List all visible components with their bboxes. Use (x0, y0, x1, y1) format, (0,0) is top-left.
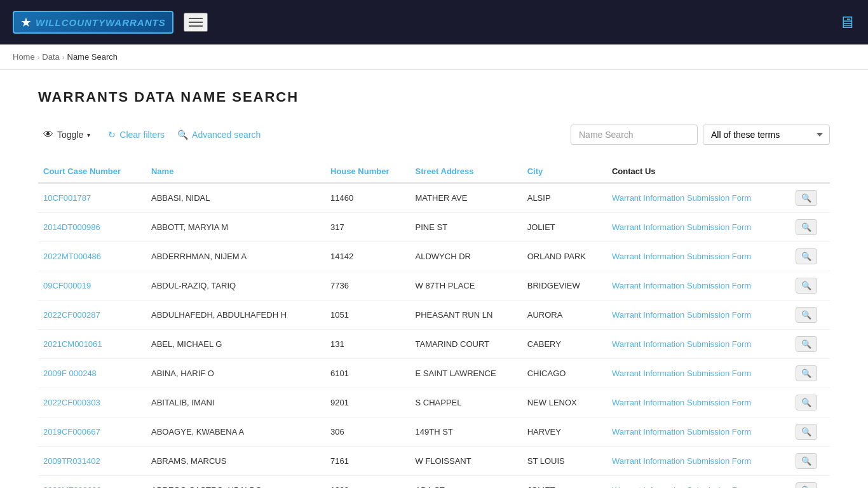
warrant-link-3[interactable]: Warrant Information Submission Form (612, 281, 751, 290)
col-name: Name (146, 160, 325, 183)
warrant-link-7[interactable]: Warrant Information Submission Form (612, 398, 751, 407)
table-row: 09CF000019 ABDUL-RAZIQ, TARIQ 7736 W 87T… (38, 271, 830, 301)
warrant-link-5[interactable]: Warrant Information Submission Form (612, 339, 751, 349)
cell-contact-3: Warrant Information Submission Form (607, 271, 790, 301)
case-link-10[interactable]: 2022MT000666 (43, 485, 101, 488)
row-search-button-9[interactable]: 🔍 (796, 453, 817, 469)
cell-street-2: ALDWYCH DR (410, 242, 522, 271)
cell-street-6: E SAINT LAWRENCE (410, 359, 522, 388)
cell-action-9: 🔍 (790, 447, 830, 476)
cell-name-10: ABREGO CASTRO, UBALDO (146, 476, 325, 489)
cell-case-10: 2022MT000666 (38, 476, 146, 489)
warrant-link-1[interactable]: Warrant Information Submission Form (612, 222, 751, 232)
cell-case-0: 10CF001787 (38, 183, 146, 213)
cell-city-2: ORLAND PARK (522, 242, 607, 271)
results-table: Court Case Number Name House Number Stre… (38, 160, 830, 488)
case-link-6[interactable]: 2009F 000248 (43, 369, 97, 378)
table-header: Court Case Number Name House Number Stre… (38, 160, 830, 183)
case-link-7[interactable]: 2022CF000303 (43, 398, 100, 407)
cell-action-7: 🔍 (790, 388, 830, 417)
cell-case-4: 2022CF000287 (38, 301, 146, 330)
col-action (790, 160, 830, 183)
breadcrumb-sep-2: › (62, 53, 65, 61)
cell-name-7: ABITALIB, IMANI (146, 388, 325, 417)
table-row: 2022CF000287 ABDULHAFEDH, ABDULHAFEDH H … (38, 301, 830, 330)
cell-case-6: 2009F 000248 (38, 359, 146, 388)
cell-street-8: 149TH ST (410, 417, 522, 447)
row-search-button-4[interactable]: 🔍 (796, 307, 817, 323)
hamburger-line-3 (189, 25, 203, 27)
case-link-9[interactable]: 2009TR031402 (43, 456, 100, 466)
table-row: 10CF001787 ABBASI, NIDAL 11460 MATHER AV… (38, 183, 830, 213)
warrant-link-6[interactable]: Warrant Information Submission Form (612, 369, 751, 378)
row-search-button-1[interactable]: 🔍 (796, 219, 817, 235)
warrant-link-9[interactable]: Warrant Information Submission Form (612, 456, 751, 466)
cell-contact-5: Warrant Information Submission Form (607, 330, 790, 359)
breadcrumb-home[interactable]: Home (13, 52, 35, 62)
monitor-icon[interactable]: 🖥 (839, 13, 855, 32)
cell-house-8: 306 (325, 417, 410, 447)
row-search-button-10[interactable]: 🔍 (796, 482, 817, 488)
table-header-row: Court Case Number Name House Number Stre… (38, 160, 830, 183)
cell-action-2: 🔍 (790, 242, 830, 271)
warrant-link-0[interactable]: Warrant Information Submission Form (612, 193, 751, 203)
cell-name-1: ABBOTT, MARYIA M (146, 213, 325, 242)
cell-house-9: 7161 (325, 447, 410, 476)
row-search-button-0[interactable]: 🔍 (796, 190, 817, 206)
col-contact: Contact Us (607, 160, 790, 183)
warrant-link-4[interactable]: Warrant Information Submission Form (612, 310, 751, 320)
cell-action-8: 🔍 (790, 417, 830, 447)
row-search-button-6[interactable]: 🔍 (796, 365, 817, 381)
cell-contact-2: Warrant Information Submission Form (607, 242, 790, 271)
cell-city-4: AURORA (522, 301, 607, 330)
case-link-4[interactable]: 2022CF000287 (43, 310, 100, 320)
breadcrumb-current: Name Search (67, 52, 118, 62)
warrant-link-10[interactable]: Warrant Information Submission Form (612, 485, 751, 488)
toolbar-left: 👁 Toggle ▾ ↻ Clear filters 🔍 Advanced se… (38, 125, 558, 144)
cell-city-0: ALSIP (522, 183, 607, 213)
cell-name-2: ABDERRHMAN, NIJEM A (146, 242, 325, 271)
row-search-button-7[interactable]: 🔍 (796, 395, 817, 410)
case-link-2[interactable]: 2022MT000486 (43, 252, 101, 261)
cell-contact-0: Warrant Information Submission Form (607, 183, 790, 213)
cell-city-7: NEW LENOX (522, 388, 607, 417)
cell-house-6: 6101 (325, 359, 410, 388)
hamburger-menu[interactable] (184, 13, 208, 32)
cell-name-5: ABEL, MICHAEL G (146, 330, 325, 359)
cell-case-7: 2022CF000303 (38, 388, 146, 417)
row-search-button-5[interactable]: 🔍 (796, 336, 817, 352)
logo[interactable]: ★ WillCountyWarrants (13, 11, 173, 34)
advanced-label: Advanced search (192, 130, 261, 140)
case-link-1[interactable]: 2014DT000986 (43, 222, 100, 232)
cell-house-10: 1209 (325, 476, 410, 489)
cell-street-1: PINE ST (410, 213, 522, 242)
breadcrumb: Home › Data › Name Search (0, 44, 868, 70)
search-input[interactable] (571, 125, 698, 145)
clear-filters-button[interactable]: ↻ Clear filters (108, 130, 165, 140)
warrant-link-8[interactable]: Warrant Information Submission Form (612, 427, 751, 437)
row-search-button-8[interactable]: 🔍 (796, 424, 817, 440)
advanced-search-button[interactable]: 🔍 Advanced search (177, 130, 261, 140)
cell-contact-1: Warrant Information Submission Form (607, 213, 790, 242)
case-link-0[interactable]: 10CF001787 (43, 193, 91, 203)
logo-star-icon: ★ (20, 15, 32, 30)
table-row: 2009TR031402 ABRAMS, MARCUS 7161 W FLOIS… (38, 447, 830, 476)
page-title: WARRANTS DATA NAME SEARCH (38, 89, 830, 105)
cell-case-9: 2009TR031402 (38, 447, 146, 476)
warrant-link-2[interactable]: Warrant Information Submission Form (612, 252, 751, 261)
terms-select[interactable]: All of these terms Any of these terms No… (703, 125, 830, 145)
cell-name-9: ABRAMS, MARCUS (146, 447, 325, 476)
cell-name-3: ABDUL-RAZIQ, TARIQ (146, 271, 325, 301)
breadcrumb-sep-1: › (37, 53, 40, 61)
case-link-8[interactable]: 2019CF000667 (43, 427, 100, 437)
table-row: 2014DT000986 ABBOTT, MARYIA M 317 PINE S… (38, 213, 830, 242)
row-search-button-2[interactable]: 🔍 (796, 248, 817, 264)
row-search-button-3[interactable]: 🔍 (796, 278, 817, 294)
case-link-5[interactable]: 2021CM001061 (43, 339, 102, 349)
toggle-button[interactable]: 👁 Toggle ▾ (38, 125, 95, 144)
table-row: 2021CM001061 ABEL, MICHAEL G 131 TAMARIN… (38, 330, 830, 359)
search-icon: 🔍 (177, 130, 188, 140)
breadcrumb-data[interactable]: Data (42, 52, 59, 62)
toggle-caret-icon: ▾ (87, 132, 90, 139)
case-link-3[interactable]: 09CF000019 (43, 281, 91, 290)
